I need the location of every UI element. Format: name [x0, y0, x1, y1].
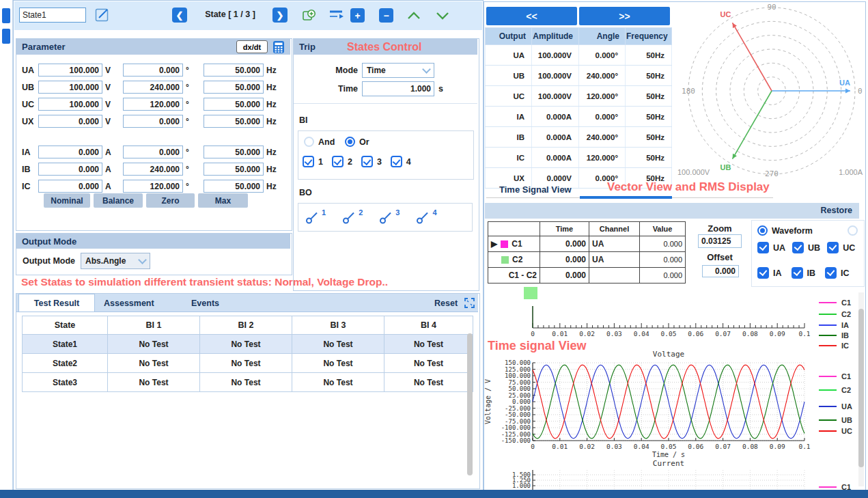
restore-button[interactable]: Restore [820, 206, 852, 215]
preset-button-balance[interactable]: Balance [94, 193, 143, 208]
table-row[interactable]: State2No TestNo TestNo TestNo Test [23, 354, 473, 373]
tab-assessment[interactable]: Assessment [104, 299, 154, 308]
channel-check-uc[interactable]: UC [827, 242, 855, 253]
trip-mode-select[interactable]: Time [362, 63, 434, 78]
amplitude-unit: A [105, 182, 119, 191]
rename-state-icon[interactable] [95, 7, 111, 23]
state-name-input[interactable] [19, 8, 86, 23]
checkbox-checked-icon[interactable] [827, 242, 839, 253]
frequency-input[interactable] [204, 146, 264, 158]
bo-contact-3[interactable]: 3 [379, 210, 400, 225]
angle-input[interactable] [123, 163, 183, 176]
frequency-input[interactable] [204, 98, 264, 111]
results-scrollbar[interactable] [467, 333, 473, 475]
checkbox-checked-icon[interactable] [332, 156, 344, 167]
offset-input[interactable] [702, 265, 739, 277]
frequency-input[interactable] [204, 81, 264, 94]
frequency-input[interactable] [204, 180, 264, 193]
bi-check-1[interactable]: 1 [303, 156, 323, 167]
angle-input[interactable] [123, 180, 183, 193]
checkbox-checked-icon[interactable] [825, 267, 837, 279]
table-row[interactable]: State3No TestNo TestNo TestNo Test [23, 373, 473, 392]
channel-check-ic[interactable]: IC [825, 267, 850, 279]
calculator-icon[interactable] [272, 40, 285, 54]
preset-button-max[interactable]: Max [198, 193, 248, 208]
checkbox-checked-icon[interactable] [303, 156, 314, 167]
dxdt-button[interactable]: dx/dt [236, 40, 268, 53]
trip-mode-label: Mode [335, 66, 358, 75]
remove-state-button[interactable]: − [379, 8, 393, 23]
amplitude-input[interactable] [38, 146, 102, 158]
waveform-radio[interactable] [757, 225, 768, 236]
timeline-handle[interactable] [524, 287, 537, 299]
checkbox-checked-icon[interactable] [361, 156, 373, 167]
angle-input[interactable] [123, 115, 183, 128]
bi-check-4[interactable]: 4 [391, 156, 411, 167]
checkbox-checked-icon[interactable] [792, 267, 803, 279]
checkbox-checked-icon[interactable] [757, 242, 769, 253]
frequency-input[interactable] [204, 115, 264, 128]
preset-button-nominal[interactable]: Nominal [44, 193, 90, 208]
parameter-row: IAA°Hz [22, 143, 284, 161]
zoom-input[interactable] [698, 234, 742, 248]
output-mode-select[interactable]: Abs.Angle [81, 253, 150, 269]
amplitude-input[interactable] [38, 163, 102, 176]
checkbox-checked-icon[interactable] [757, 267, 769, 279]
insert-state-icon[interactable] [327, 8, 345, 23]
dock-panel-button-1[interactable] [2, 8, 10, 23]
add-state-button[interactable]: + [350, 8, 365, 23]
frequency-input[interactable] [204, 163, 264, 176]
waveform-option[interactable]: Waveform [757, 225, 813, 236]
tab-events[interactable]: Events [191, 299, 219, 308]
channel-check-ub[interactable]: UB [792, 242, 820, 253]
bi-check-3[interactable]: 3 [361, 156, 382, 167]
cursor-marker-icon[interactable]: ▶ [491, 239, 497, 249]
table-row[interactable]: State1No TestNo TestNo TestNo Test [23, 335, 473, 354]
amplitude-input[interactable] [38, 180, 102, 193]
bo-contact-4[interactable]: 4 [416, 210, 436, 225]
amplitude-input[interactable] [38, 64, 102, 77]
results-cell: No Test [108, 373, 200, 392]
bi-and-radio[interactable] [304, 137, 314, 147]
legend-label: C2 [841, 386, 851, 394]
duplicate-state-icon[interactable] [301, 8, 318, 24]
move-up-icon[interactable] [405, 10, 423, 22]
bo-contact-2[interactable]: 2 [342, 210, 363, 225]
amplitude-input[interactable] [38, 98, 102, 111]
bi-and-option[interactable]: And [304, 137, 335, 147]
amplitude-input[interactable] [38, 81, 102, 94]
preset-button-zero[interactable]: Zero [146, 193, 195, 208]
legend-line [819, 430, 837, 432]
angle-input[interactable] [123, 64, 183, 77]
bi-or-radio[interactable] [345, 137, 355, 147]
amplitude-input[interactable] [38, 115, 102, 128]
channel-check-ia[interactable]: IA [757, 267, 782, 279]
tab-time-signal-view[interactable]: Time Signal View [499, 184, 572, 195]
prev-state-button[interactable]: ❮ [172, 8, 187, 23]
tab-test-result[interactable]: Test Result [18, 294, 95, 312]
angle-input[interactable] [123, 98, 183, 111]
checkbox-checked-icon[interactable] [792, 242, 804, 253]
reset-button[interactable]: Reset [434, 299, 458, 308]
bi-check-2[interactable]: 2 [332, 156, 352, 167]
angle-input[interactable] [123, 146, 183, 158]
bi-or-option[interactable]: Or [345, 137, 369, 147]
dock-panel-button-2[interactable] [2, 29, 10, 44]
page-prev-button[interactable]: << [486, 7, 577, 25]
angle-input[interactable] [123, 81, 183, 94]
signal-scrollbar[interactable] [858, 309, 864, 467]
trip-time-input[interactable] [362, 81, 434, 96]
channel-check-ua[interactable]: UA [757, 242, 785, 253]
checkbox-checked-icon[interactable] [391, 156, 402, 167]
channel-check-ib[interactable]: IB [792, 267, 816, 279]
frequency-input[interactable] [204, 64, 264, 77]
color-swatch [501, 256, 509, 264]
second-display-radio[interactable] [848, 225, 858, 236]
bo-contact-1[interactable]: 1 [305, 210, 326, 225]
page-next-button[interactable]: >> [579, 7, 670, 25]
next-state-button[interactable]: ❯ [272, 8, 288, 23]
expand-icon[interactable] [464, 298, 475, 308]
move-down-icon[interactable] [434, 10, 451, 22]
output-cell: 50Hz [626, 86, 672, 107]
cursor-name: C2 [512, 255, 522, 264]
